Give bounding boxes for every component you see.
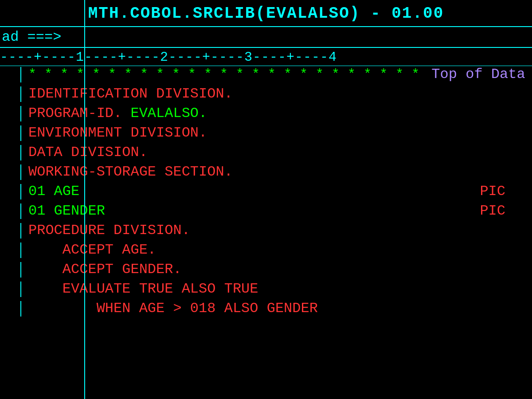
line-content-9: ACCEPT AGE. bbox=[21, 242, 532, 258]
line-content-12: WHEN AGE > 018 ALSO GENDER bbox=[21, 300, 532, 317]
line-num-12 bbox=[0, 301, 21, 317]
title-text: MTH.COBOL.SRCLIB(EVALALSO) - 01.00 bbox=[88, 4, 444, 23]
line-num-8 bbox=[0, 223, 21, 239]
code-area: * * * * * * * * * * * * * * * * * * * * … bbox=[0, 66, 532, 320]
code-text-3: ENVIRONMENT DIVISION. bbox=[28, 125, 207, 141]
code-line-12: WHEN AGE > 018 ALSO GENDER bbox=[0, 300, 532, 320]
code-line-8: PROCEDURE DIVISION. bbox=[0, 222, 532, 242]
line-content-7: 01 GENDER PIC bbox=[21, 203, 532, 219]
code-text-2a: PROGRAM-ID. bbox=[28, 105, 122, 121]
title-bar: MTH.COBOL.SRCLIB(EVALALSO) - 01.00 bbox=[0, 0, 532, 26]
code-text-6b: PIC bbox=[480, 183, 505, 200]
command-bar[interactable]: ad ===> bbox=[0, 26, 532, 48]
ruler-line: ----+----1----+----2----+----3----+----4 bbox=[0, 48, 532, 66]
line-num-10 bbox=[0, 262, 21, 278]
line-content-8: PROCEDURE DIVISION. bbox=[21, 222, 532, 239]
top-of-data-line: * * * * * * * * * * * * * * * * * * * * … bbox=[0, 66, 532, 86]
code-text-1: IDENTIFICATION DIVISION. bbox=[28, 86, 233, 102]
code-text-7b: PIC bbox=[480, 203, 505, 219]
line-num-4 bbox=[0, 145, 21, 160]
code-line-7: 01 GENDER PIC bbox=[0, 203, 532, 222]
code-line-2: PROGRAM-ID. EVALALSO. bbox=[0, 105, 532, 125]
code-line-11: EVALUATE TRUE ALSO TRUE bbox=[0, 281, 532, 300]
line-content-4: DATA DIVISION. bbox=[21, 144, 532, 161]
code-text-10: ACCEPT GENDER. bbox=[28, 261, 182, 278]
code-text-11: EVALUATE TRUE ALSO TRUE bbox=[28, 281, 258, 297]
code-line-1: IDENTIFICATION DIVISION. bbox=[0, 86, 532, 105]
code-line-6: 01 AGE PIC bbox=[0, 183, 532, 203]
line-num-tod bbox=[0, 67, 21, 82]
code-text-7a: 01 GENDER bbox=[28, 203, 105, 219]
line-content-1: IDENTIFICATION DIVISION. bbox=[21, 86, 532, 102]
command-input[interactable] bbox=[63, 29, 71, 45]
top-of-data-label: Top of Data bbox=[431, 66, 525, 82]
code-line-3: ENVIRONMENT DIVISION. bbox=[0, 125, 532, 144]
code-line-10: ACCEPT GENDER. bbox=[0, 261, 532, 281]
code-text-5: WORKING-STORAGE SECTION. bbox=[28, 164, 233, 180]
code-text-8: PROCEDURE DIVISION. bbox=[28, 222, 190, 239]
line-content-3: ENVIRONMENT DIVISION. bbox=[21, 125, 532, 141]
screen: MTH.COBOL.SRCLIB(EVALALSO) - 01.00 ad ==… bbox=[0, 0, 532, 399]
vertical-divider bbox=[84, 0, 85, 399]
line-num-7 bbox=[0, 203, 21, 219]
line-num-11 bbox=[0, 282, 21, 297]
line-content-5: WORKING-STORAGE SECTION. bbox=[21, 164, 532, 180]
top-of-data-content: * * * * * * * * * * * * * * * * * * * * … bbox=[21, 66, 532, 83]
stars: * * * * * * * * * * * * * * * * * * * * … bbox=[28, 67, 419, 82]
code-line-5: WORKING-STORAGE SECTION. bbox=[0, 164, 532, 183]
ruler-text: ----+----1----+----2----+----3----+----4 bbox=[0, 50, 337, 65]
code-line-9: ACCEPT AGE. bbox=[0, 242, 532, 261]
line-num-9 bbox=[0, 243, 21, 258]
code-text-4: DATA DIVISION. bbox=[28, 144, 148, 160]
command-label: ad ===> bbox=[0, 29, 61, 45]
code-text-9: ACCEPT AGE. bbox=[28, 242, 156, 258]
code-text-2b: EVALALSO. bbox=[130, 105, 207, 121]
line-num-6 bbox=[0, 184, 21, 200]
line-num-3 bbox=[0, 125, 21, 141]
line-content-6: 01 AGE PIC bbox=[21, 183, 532, 200]
line-content-2: PROGRAM-ID. EVALALSO. bbox=[21, 105, 532, 122]
line-num-2 bbox=[0, 106, 21, 121]
code-text-6a: 01 AGE bbox=[28, 183, 79, 200]
line-num-1 bbox=[0, 86, 21, 102]
code-line-4: DATA DIVISION. bbox=[0, 144, 532, 164]
line-content-11: EVALUATE TRUE ALSO TRUE bbox=[21, 281, 532, 297]
code-text-12: WHEN AGE > 018 ALSO GENDER bbox=[28, 300, 318, 317]
line-num-5 bbox=[0, 164, 21, 180]
line-content-10: ACCEPT GENDER. bbox=[21, 261, 532, 278]
